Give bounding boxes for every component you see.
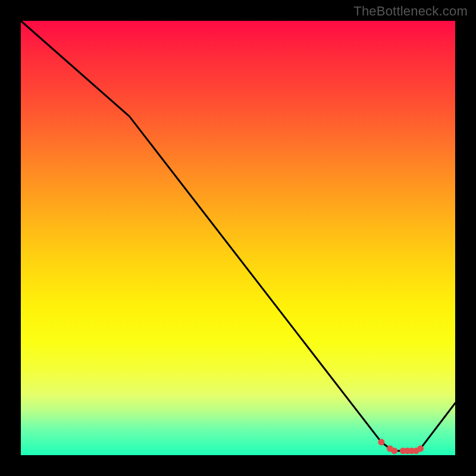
- main-curve-line: [21, 21, 455, 451]
- valley-marker: [391, 447, 397, 454]
- valley-marker: [417, 446, 424, 452]
- chart-svg: [21, 21, 455, 455]
- valley-markers: [378, 439, 424, 455]
- watermark-text: TheBottleneck.com: [353, 4, 468, 19]
- chart-frame: TheBottleneck.com: [0, 0, 476, 476]
- line-series: [21, 21, 455, 451]
- valley-marker: [378, 439, 384, 446]
- plot-area: [21, 21, 455, 455]
